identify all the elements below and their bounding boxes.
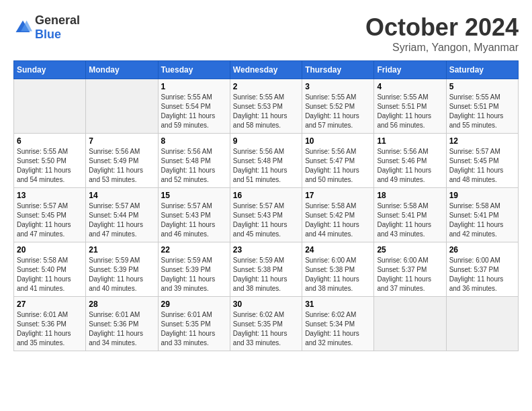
day-number: 10 [305, 136, 371, 146]
logo-general: General [35, 13, 80, 27]
title-area: October 2024 Syriam, Yangon, Myanmar [365, 13, 519, 54]
day-info: Sunrise: 5:55 AMSunset: 5:53 PMDaylight:… [233, 93, 287, 129]
week-row-5: 27Sunrise: 6:01 AMSunset: 5:36 PMDayligh… [14, 297, 519, 351]
day-info: Sunrise: 5:55 AMSunset: 5:51 PMDaylight:… [449, 93, 504, 129]
day-info: Sunrise: 5:56 AMSunset: 5:49 PMDaylight:… [89, 148, 143, 183]
day-info: Sunrise: 5:57 AMSunset: 5:43 PMDaylight:… [161, 202, 216, 238]
day-info: Sunrise: 5:58 AMSunset: 5:42 PMDaylight:… [305, 202, 359, 238]
day-info: Sunrise: 5:58 AMSunset: 5:41 PMDaylight:… [449, 202, 504, 238]
day-number: 11 [377, 136, 443, 146]
day-info: Sunrise: 6:01 AMSunset: 5:36 PMDaylight:… [89, 311, 143, 347]
day-cell: 10Sunrise: 5:56 AMSunset: 5:47 PMDayligh… [302, 134, 374, 188]
day-cell: 31Sunrise: 6:02 AMSunset: 5:34 PMDayligh… [302, 297, 374, 351]
logo-text: General Blue [35, 13, 80, 42]
day-number: 2 [233, 82, 299, 91]
day-cell: 25Sunrise: 6:00 AMSunset: 5:37 PMDayligh… [374, 242, 446, 297]
weekday-header-sunday: Sunday [14, 61, 86, 79]
day-cell: 8Sunrise: 5:56 AMSunset: 5:48 PMDaylight… [158, 134, 230, 188]
logo-blue: Blue [35, 28, 61, 41]
day-number: 6 [17, 136, 83, 146]
day-info: Sunrise: 5:59 AMSunset: 5:39 PMDaylight:… [161, 257, 216, 292]
main-title: October 2024 [365, 13, 519, 42]
day-cell [86, 79, 158, 134]
day-cell: 26Sunrise: 6:00 AMSunset: 5:37 PMDayligh… [446, 242, 518, 297]
day-info: Sunrise: 6:00 AMSunset: 5:37 PMDaylight:… [377, 257, 431, 292]
day-info: Sunrise: 5:57 AMSunset: 5:44 PMDaylight:… [89, 202, 143, 238]
day-info: Sunrise: 5:55 AMSunset: 5:54 PMDaylight:… [161, 93, 216, 129]
day-cell: 20Sunrise: 5:58 AMSunset: 5:40 PMDayligh… [14, 242, 86, 297]
weekday-header-friday: Friday [374, 61, 446, 79]
week-row-2: 6Sunrise: 5:55 AMSunset: 5:50 PMDaylight… [14, 134, 519, 188]
day-info: Sunrise: 6:00 AMSunset: 5:37 PMDaylight:… [449, 257, 504, 292]
day-number: 7 [89, 136, 154, 146]
day-cell: 7Sunrise: 5:56 AMSunset: 5:49 PMDaylight… [86, 134, 158, 188]
day-cell [374, 297, 446, 351]
day-info: Sunrise: 5:57 AMSunset: 5:45 PMDaylight:… [449, 148, 504, 183]
day-cell: 13Sunrise: 5:57 AMSunset: 5:45 PMDayligh… [14, 188, 86, 242]
day-number: 26 [449, 245, 515, 255]
day-number: 19 [449, 191, 515, 200]
week-row-1: 1Sunrise: 5:55 AMSunset: 5:54 PMDaylight… [14, 79, 519, 134]
day-cell: 15Sunrise: 5:57 AMSunset: 5:43 PMDayligh… [158, 188, 230, 242]
day-info: Sunrise: 5:58 AMSunset: 5:40 PMDaylight:… [17, 257, 71, 292]
day-info: Sunrise: 6:01 AMSunset: 5:36 PMDaylight:… [17, 311, 71, 347]
day-number: 17 [305, 191, 371, 200]
day-info: Sunrise: 5:56 AMSunset: 5:48 PMDaylight:… [233, 148, 287, 183]
day-number: 3 [305, 82, 371, 91]
day-cell: 23Sunrise: 5:59 AMSunset: 5:38 PMDayligh… [230, 242, 302, 297]
week-row-4: 20Sunrise: 5:58 AMSunset: 5:40 PMDayligh… [14, 242, 519, 297]
day-info: Sunrise: 5:57 AMSunset: 5:45 PMDaylight:… [17, 202, 71, 238]
day-cell: 1Sunrise: 5:55 AMSunset: 5:54 PMDaylight… [158, 79, 230, 134]
day-number: 18 [377, 191, 443, 200]
day-info: Sunrise: 5:57 AMSunset: 5:43 PMDaylight:… [233, 202, 287, 238]
day-number: 12 [449, 136, 515, 146]
day-info: Sunrise: 6:01 AMSunset: 5:35 PMDaylight:… [161, 311, 216, 347]
day-cell: 30Sunrise: 6:02 AMSunset: 5:35 PMDayligh… [230, 297, 302, 351]
logo-icon [13, 18, 32, 37]
subtitle: Syriam, Yangon, Myanmar [365, 42, 519, 54]
day-cell: 12Sunrise: 5:57 AMSunset: 5:45 PMDayligh… [446, 134, 518, 188]
day-info: Sunrise: 5:56 AMSunset: 5:46 PMDaylight:… [377, 148, 431, 183]
day-number: 23 [233, 245, 299, 255]
day-info: Sunrise: 6:02 AMSunset: 5:35 PMDaylight:… [233, 311, 287, 347]
logo: General Blue [13, 13, 80, 42]
day-number: 25 [377, 245, 443, 255]
day-number: 21 [89, 245, 154, 255]
day-cell: 28Sunrise: 6:01 AMSunset: 5:36 PMDayligh… [86, 297, 158, 351]
day-number: 16 [233, 191, 299, 200]
day-cell: 6Sunrise: 5:55 AMSunset: 5:50 PMDaylight… [14, 134, 86, 188]
day-info: Sunrise: 5:55 AMSunset: 5:50 PMDaylight:… [17, 148, 71, 183]
day-info: Sunrise: 5:55 AMSunset: 5:51 PMDaylight:… [377, 93, 431, 129]
day-info: Sunrise: 6:02 AMSunset: 5:34 PMDaylight:… [305, 311, 359, 347]
day-cell: 19Sunrise: 5:58 AMSunset: 5:41 PMDayligh… [446, 188, 518, 242]
day-cell: 18Sunrise: 5:58 AMSunset: 5:41 PMDayligh… [374, 188, 446, 242]
day-info: Sunrise: 5:59 AMSunset: 5:39 PMDaylight:… [89, 257, 143, 292]
day-number: 1 [161, 82, 227, 91]
week-row-3: 13Sunrise: 5:57 AMSunset: 5:45 PMDayligh… [14, 188, 519, 242]
day-number: 30 [233, 300, 299, 309]
weekday-header-monday: Monday [86, 61, 158, 79]
day-cell: 29Sunrise: 6:01 AMSunset: 5:35 PMDayligh… [158, 297, 230, 351]
day-cell: 9Sunrise: 5:56 AMSunset: 5:48 PMDaylight… [230, 134, 302, 188]
day-cell: 27Sunrise: 6:01 AMSunset: 5:36 PMDayligh… [14, 297, 86, 351]
day-number: 27 [17, 300, 83, 309]
weekday-header-tuesday: Tuesday [158, 61, 230, 79]
day-number: 28 [89, 300, 154, 309]
day-cell: 4Sunrise: 5:55 AMSunset: 5:51 PMDaylight… [374, 79, 446, 134]
day-number: 20 [17, 245, 83, 255]
weekday-header-row: SundayMondayTuesdayWednesdayThursdayFrid… [14, 61, 519, 79]
day-info: Sunrise: 5:56 AMSunset: 5:48 PMDaylight:… [161, 148, 216, 183]
header: General Blue October 2024 Syriam, Yangon… [13, 13, 519, 54]
day-cell: 11Sunrise: 5:56 AMSunset: 5:46 PMDayligh… [374, 134, 446, 188]
day-info: Sunrise: 5:59 AMSunset: 5:38 PMDaylight:… [233, 257, 287, 292]
day-cell [14, 79, 86, 134]
day-cell: 24Sunrise: 6:00 AMSunset: 5:38 PMDayligh… [302, 242, 374, 297]
day-number: 14 [89, 191, 154, 200]
day-number: 13 [17, 191, 83, 200]
day-cell: 22Sunrise: 5:59 AMSunset: 5:39 PMDayligh… [158, 242, 230, 297]
day-cell: 14Sunrise: 5:57 AMSunset: 5:44 PMDayligh… [86, 188, 158, 242]
day-cell: 21Sunrise: 5:59 AMSunset: 5:39 PMDayligh… [86, 242, 158, 297]
weekday-header-saturday: Saturday [446, 61, 518, 79]
day-number: 9 [233, 136, 299, 146]
day-number: 22 [161, 245, 227, 255]
